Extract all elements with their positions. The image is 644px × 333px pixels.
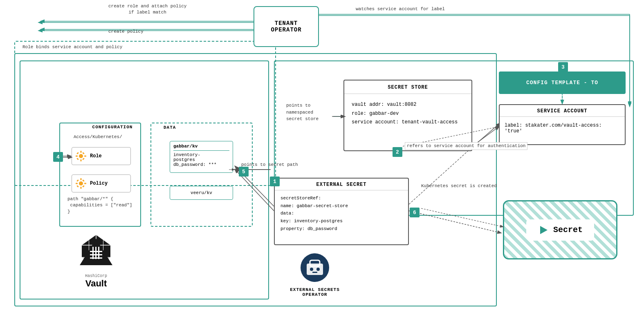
secret-store-title: SECRET STORE bbox=[344, 80, 471, 94]
badge-5: 5 bbox=[239, 167, 249, 177]
secret-play-icon bbox=[538, 224, 549, 236]
svg-rect-29 bbox=[76, 185, 79, 188]
veeru-kv-label: veeru/kv bbox=[191, 190, 212, 195]
create-role-label: create role and attach policy if label m… bbox=[108, 3, 186, 16]
svg-rect-25 bbox=[84, 183, 86, 184]
db-password-label: db_password: *** bbox=[173, 162, 229, 167]
svg-rect-41 bbox=[90, 254, 102, 255]
external-secrets-label: EXTERNAL SECRETS OPERATOR bbox=[278, 287, 352, 297]
diagram: TENANT OPERATOR create role and attach p… bbox=[0, 0, 644, 333]
svg-rect-19 bbox=[82, 152, 85, 154]
role-gear-icon bbox=[75, 150, 87, 162]
svg-rect-17 bbox=[76, 152, 79, 154]
vault-logo-icon bbox=[74, 235, 119, 271]
badge-3: 3 bbox=[558, 62, 568, 72]
vault-addr: vault addr: vault:8082 bbox=[352, 101, 464, 110]
service-account-title: SERVICE ACCOUNT bbox=[500, 105, 625, 117]
secret-store-sa: service account: tenant-vault-access bbox=[352, 118, 464, 127]
config-template-box: CONFIG TEMPLATE - TO bbox=[499, 72, 626, 94]
es-property: property: db_password bbox=[280, 225, 402, 233]
svg-rect-24 bbox=[76, 183, 78, 184]
es-secretstoreref: secretStoreRef: bbox=[280, 194, 402, 202]
svg-point-47 bbox=[316, 268, 320, 271]
svg-rect-37 bbox=[92, 247, 94, 259]
vault-brand: HashiCorp bbox=[63, 274, 129, 278]
svg-rect-48 bbox=[312, 272, 317, 273]
svg-point-46 bbox=[310, 268, 313, 271]
configuration-header: CONFIGURATION bbox=[72, 125, 153, 130]
points-to-namespaced-label: points to namespaced secret store bbox=[286, 102, 319, 123]
vault-logo: HashiCorp Vault bbox=[63, 233, 129, 289]
svg-rect-23 bbox=[81, 187, 82, 189]
svg-point-21 bbox=[79, 181, 83, 185]
path-text: path "gabbar/*" { capabilities = ["read"… bbox=[67, 196, 132, 215]
vault-product: Vault bbox=[63, 278, 129, 289]
external-secrets-operator: EXTERNAL SECRETS OPERATOR bbox=[278, 251, 352, 297]
watches-service-account-label: watches service account for label bbox=[356, 6, 445, 12]
svg-rect-20 bbox=[76, 158, 79, 160]
svg-rect-16 bbox=[84, 156, 86, 157]
badge-6: 6 bbox=[410, 208, 420, 217]
svg-marker-49 bbox=[540, 226, 548, 234]
svg-rect-13 bbox=[81, 151, 82, 153]
badge-2: 2 bbox=[393, 147, 402, 157]
points-to-secret-path-label: points to secret path bbox=[241, 162, 298, 168]
svg-point-12 bbox=[79, 154, 83, 158]
external-secrets-icon bbox=[294, 251, 335, 284]
svg-rect-22 bbox=[81, 178, 82, 180]
secret-store-box: SECRET STORE vault addr: vault:8082 role… bbox=[343, 80, 472, 151]
service-account-box: SERVICE ACCOUNT label: stakater.com/vaul… bbox=[499, 104, 626, 145]
svg-rect-26 bbox=[76, 179, 79, 182]
tenant-operator-box: TENANT OPERATOR bbox=[254, 6, 319, 47]
badge-4: 4 bbox=[53, 152, 63, 162]
secret-store-role: role: gabbar-dev bbox=[352, 110, 464, 118]
svg-rect-18 bbox=[82, 158, 85, 160]
tenant-operator-label: TENANT OPERATOR bbox=[271, 20, 301, 33]
gabbar-kv-label: gabbar/kv bbox=[173, 144, 229, 151]
es-key: key: inventory-postgres bbox=[280, 217, 402, 225]
config-template-title: CONFIG TEMPLATE - TO bbox=[526, 80, 598, 86]
secret-output-box: Secret bbox=[503, 200, 617, 259]
create-policy-label: create policy bbox=[108, 29, 144, 35]
svg-rect-15 bbox=[76, 156, 78, 157]
role-item: Role bbox=[72, 147, 131, 165]
external-secret-box: EXTERNAL SECRET secretStoreRef: name: ga… bbox=[274, 178, 409, 245]
kubernetes-secret-label: Kubernetes secret is created bbox=[421, 183, 497, 189]
svg-rect-27 bbox=[82, 185, 85, 188]
policy-gear-icon bbox=[75, 178, 87, 189]
veeru-kv-item: veeru/kv bbox=[170, 186, 233, 200]
svg-rect-38 bbox=[95, 247, 96, 259]
es-data: data: bbox=[280, 210, 402, 217]
service-account-content: label: stakater.com/vault-access: 'true' bbox=[500, 117, 625, 140]
svg-rect-42 bbox=[90, 257, 102, 259]
role-label: Role bbox=[90, 153, 102, 159]
policy-item: Policy bbox=[72, 174, 131, 192]
svg-rect-39 bbox=[98, 247, 99, 259]
svg-rect-40 bbox=[90, 251, 102, 252]
secret-output-inner: Secret bbox=[526, 219, 594, 241]
svg-rect-44 bbox=[307, 264, 323, 275]
es-name: name: gabbar-secret-store bbox=[280, 202, 402, 210]
role-binds-label: Role binds service account and policy bbox=[22, 44, 122, 50]
svg-rect-14 bbox=[81, 159, 82, 161]
policy-label: Policy bbox=[90, 181, 108, 186]
access-kubernetes-label: Access/Kubernetes/ bbox=[74, 134, 122, 140]
data-header: DATA bbox=[164, 125, 204, 130]
data-inner-box bbox=[150, 123, 253, 227]
external-secret-title: EXTERNAL SECRET bbox=[275, 179, 408, 190]
secret-label: Secret bbox=[553, 225, 583, 235]
gabbar-kv-item: gabbar/kv inventory- postgres db_passwor… bbox=[170, 141, 233, 173]
inventory-postgres-label: inventory- postgres bbox=[173, 152, 229, 162]
refers-service-label: refers to service account for authentica… bbox=[405, 142, 527, 150]
svg-rect-28 bbox=[82, 179, 85, 182]
badge-1: 1 bbox=[270, 177, 280, 186]
